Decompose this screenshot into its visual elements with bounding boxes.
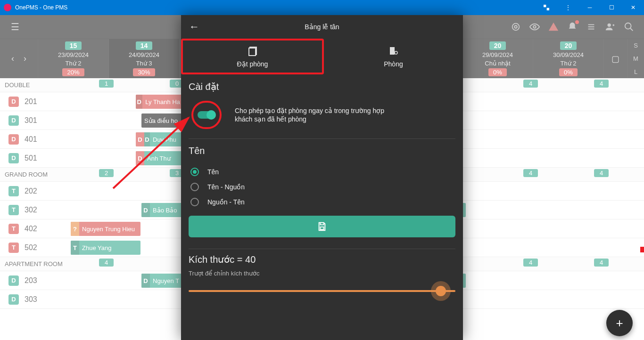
size-subtitle: Trượt để chỉnh kích thước — [189, 270, 455, 277]
overbook-toggle[interactable] — [198, 111, 215, 119]
save-button[interactable] — [189, 216, 455, 237]
size-heading: Kích thước = 40 — [189, 254, 455, 265]
save-icon — [317, 221, 327, 232]
tab-room-label: Phòng — [384, 60, 403, 68]
settings-panel: ← Bảng lễ tân Đặt phòng Phòng Cài đặt Ch… — [181, 15, 463, 340]
panel-title: Bảng lễ tân — [181, 23, 463, 31]
size-slider[interactable] — [189, 290, 455, 292]
room-icon — [388, 45, 399, 57]
svg-rect-10 — [249, 48, 256, 56]
add-button[interactable]: + — [606, 310, 633, 336]
red-marker — [640, 247, 644, 252]
tab-booking-label: Đặt phòng — [237, 60, 268, 68]
slider-thumb[interactable] — [436, 286, 446, 296]
toggle-label: Cho phép tạo đặt phòng ngay cả trong trư… — [235, 106, 390, 123]
tab-booking[interactable]: Đặt phòng — [181, 39, 324, 74]
app-title: OnePMS - One PMS — [15, 4, 536, 11]
radio-icon — [190, 183, 199, 191]
annotation-circle — [191, 101, 222, 129]
radio-icon — [190, 168, 199, 176]
close-button[interactable]: ✕ — [622, 0, 644, 15]
back-icon[interactable]: ← — [181, 21, 207, 33]
radio-icon — [190, 198, 199, 206]
booking-icon — [247, 45, 258, 57]
radio-label: Tên — [207, 168, 219, 176]
titlebar-more-icon[interactable]: ⋮ — [557, 0, 579, 15]
app-icon — [4, 4, 11, 11]
titlebar: OnePMS - One PMS ⋮ ─ ☐ ✕ — [0, 0, 644, 15]
maximize-button[interactable]: ☐ — [601, 0, 622, 15]
radio-name[interactable]: Tên — [190, 168, 454, 176]
radio-name-source[interactable]: Tên - Nguồn — [190, 183, 454, 191]
minimize-button[interactable]: ─ — [579, 0, 601, 15]
name-heading: Tên — [189, 146, 455, 156]
svg-point-11 — [395, 51, 397, 54]
radio-label: Nguồn - Tên — [207, 198, 245, 206]
titlebar-translate-icon[interactable] — [536, 0, 557, 15]
radio-source-name[interactable]: Nguồn - Tên — [190, 198, 454, 206]
radio-label: Tên - Nguồn — [207, 183, 245, 191]
settings-heading: Cài đặt — [189, 81, 455, 92]
tab-room[interactable]: Phòng — [324, 39, 463, 74]
